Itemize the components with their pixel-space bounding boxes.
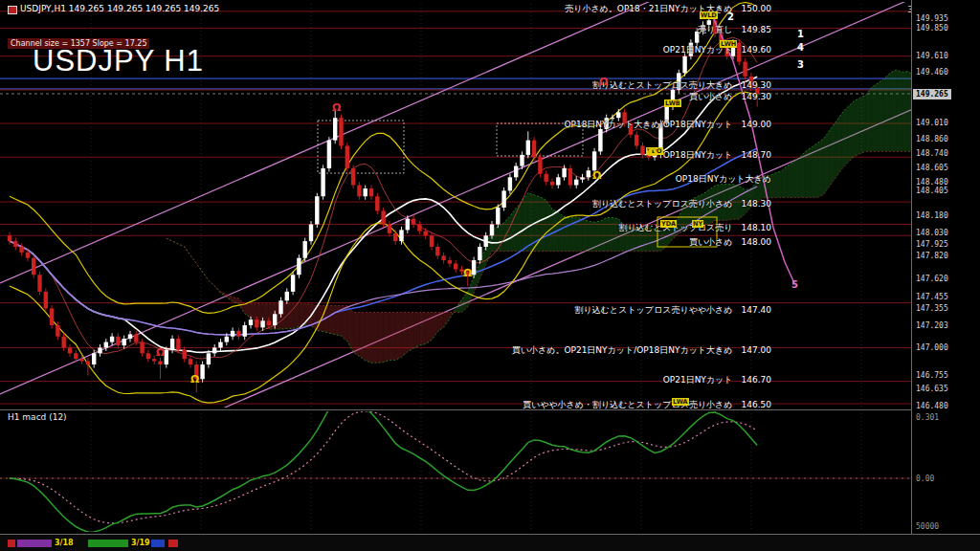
axis-price-label: 149.460 (916, 68, 948, 77)
timeline-segment (168, 540, 178, 547)
trade-note[interactable]: 買い小さめ 148.00 (689, 236, 771, 249)
level-tag[interactable]: LWH (720, 40, 737, 48)
omega-marker: Ω (190, 373, 199, 386)
ohlc-readout: USDJPY,H1 149.265 149.265 149.265 149.26… (20, 4, 219, 13)
axis-price-label: 147.820 (916, 252, 948, 260)
axis-price-label: 147.925 (916, 240, 948, 249)
timeline-segment (8, 540, 15, 547)
level-tag[interactable]: LWB (664, 99, 681, 107)
wave-count-label[interactable]: 2 (727, 11, 734, 22)
axis-price-label: 148.180 (916, 211, 948, 220)
level-tag[interactable]: WLD (700, 11, 718, 19)
macd-axis-label: 50000 (916, 522, 939, 531)
axis-price-label: 149.850 (916, 24, 948, 33)
trading-chart-window: USDJPY,H1 149.265 149.265 149.265 149.26… (0, 0, 980, 551)
axis-price-label: 148.605 (916, 164, 948, 172)
macd-axis-label: 0.301 (916, 413, 939, 422)
omega-marker: Ω (156, 346, 165, 359)
axis-price-label: 146.480 (916, 402, 948, 410)
omega-marker: Ω (463, 267, 472, 279)
timeline-date-label: 3/19 (130, 539, 151, 547)
axis-price-label: 146.635 (916, 385, 948, 393)
trade-note[interactable]: OP18日NYカット大きめ (676, 173, 771, 186)
trade-note[interactable]: 買い小さめ 149.30 (689, 91, 771, 103)
trade-note[interactable]: 割り込むとストップロス売り小さめ 148.30 (592, 198, 771, 210)
level-tag[interactable]: NY (692, 220, 703, 228)
timeline-bar[interactable]: 3/183/19 (0, 534, 980, 551)
axis-price-label: 148.405 (916, 187, 948, 195)
axis-price-label: 148.740 (916, 149, 948, 158)
axis-price-label: 147.355 (916, 304, 948, 313)
axis-price-label: 148.030 (916, 229, 948, 237)
omega-marker: Ω (332, 101, 341, 114)
axis-price-label: 147.203 (916, 321, 948, 330)
chart-title: USDJPY H1 (33, 44, 204, 78)
timeline-date-label: 3/18 (54, 539, 75, 547)
timeline-segment (151, 540, 165, 547)
wave-count-label[interactable]: 4 (797, 42, 804, 53)
wave-count-label[interactable]: 1 (797, 29, 804, 39)
ichimoku-cloud (167, 70, 911, 363)
price-axis[interactable]: 149.935149.850149.610149.460149.010148.8… (911, 0, 980, 534)
level-tag[interactable]: LWA (672, 398, 689, 406)
axis-price-label: 146.755 (916, 371, 948, 380)
trade-note[interactable]: 売り小さめ。OP18・21日NYカット大きめ 150.00 (565, 3, 771, 15)
macd-layers (0, 409, 911, 534)
trade-note[interactable]: 売り直し 149.85 (698, 24, 771, 36)
trade-note[interactable]: OP18日NYカット大きめ/OP18日NYカット 149.00 (564, 119, 771, 131)
omega-marker: Ω (648, 146, 657, 159)
trade-note[interactable]: 割り込むとストップロス売りやや小さめ 147.40 (575, 304, 771, 317)
timeline-segment (88, 540, 128, 547)
trade-note[interactable]: OP21日NYカット 146.70 (663, 374, 771, 386)
macd-canvas[interactable] (0, 409, 911, 534)
level-tag[interactable]: YDA (660, 220, 677, 228)
macd-axis-label: 0.00 (916, 474, 934, 483)
omega-marker: Ω (599, 76, 608, 88)
trade-note[interactable]: OP18日NYカット 148.70 (663, 149, 771, 162)
wave-count-label[interactable]: 5 (791, 279, 798, 290)
axis-price-label: 147.620 (916, 275, 948, 283)
trade-note[interactable]: OP21日NYカット 149.60 (663, 44, 771, 56)
current-price-label: 149.265 (913, 89, 951, 99)
macd-indicator-label: H1 macd (12) (8, 412, 67, 422)
axis-price-label: 149.935 (916, 14, 948, 23)
axis-price-label: 148.480 (916, 178, 948, 187)
axis-price-label: 147.000 (916, 343, 948, 352)
wave-count-label[interactable]: 3 (797, 59, 804, 70)
symbol-icon (8, 6, 17, 14)
timeline-segment (17, 540, 52, 547)
axis-price-label: 147.455 (916, 293, 948, 301)
trade-note[interactable]: 買い小さめ。OP21日NYカット/OP18日NYカット大きめ 147.00 (512, 344, 771, 357)
omega-marker: Ω (592, 169, 601, 182)
axis-price-label: 149.010 (916, 119, 948, 127)
trade-note[interactable]: 買いやや小さめ・割り込むとストップロス売り小さめ 146.50 (523, 399, 771, 411)
panel-separator[interactable] (0, 409, 980, 410)
axis-price-label: 149.610 (916, 52, 948, 60)
axis-price-label: 148.860 (916, 135, 948, 143)
